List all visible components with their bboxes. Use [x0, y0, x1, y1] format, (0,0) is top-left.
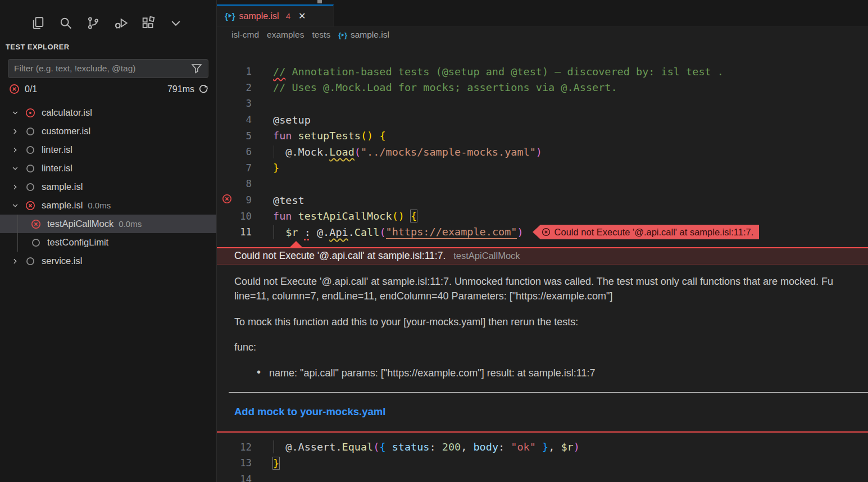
- tests-failed-ratio: 0/1: [25, 84, 37, 94]
- tree-item-label: testConfigLimit: [47, 237, 108, 248]
- tree-item-label: customer.isl: [42, 126, 90, 137]
- files-icon[interactable]: [31, 16, 45, 30]
- code-line-6[interactable]: 6 @.Mock.Load("../mocks/sample-mocks.yam…: [217, 144, 868, 160]
- line-number: 8: [234, 178, 252, 189]
- indent-guide: [274, 225, 274, 239]
- extensions-icon[interactable]: [142, 16, 155, 30]
- titlebar-fragment: [317, 0, 322, 3]
- tree-item-linter.isl[interactable]: linter.isl: [0, 140, 216, 159]
- chevron-down-icon: [11, 109, 19, 117]
- indent-guide: [274, 440, 274, 453]
- gutter-test-failed-icon[interactable]: [222, 194, 232, 206]
- tree-item-duration: 0.0ms: [88, 201, 111, 210]
- peek-body: Could not Execute '@.api.call' at sample…: [217, 265, 868, 433]
- vscode-window: TEST EXPLORER Filter (e.g. text, !exclud…: [0, 0, 868, 482]
- code-line-7[interactable]: 7 }: [217, 160, 868, 176]
- code-line-3[interactable]: 3: [217, 96, 868, 112]
- test-state-circle-icon: [25, 145, 35, 155]
- filter-icon[interactable]: [191, 63, 202, 74]
- error-detail-line: Could not Execute '@.api.call' at sample…: [234, 274, 868, 289]
- tree-item-sample.isl[interactable]: sample.isl: [0, 178, 216, 196]
- test-state-circle-icon: [25, 182, 35, 192]
- code-line-9[interactable]: 9 @test: [217, 192, 868, 208]
- chevron-right-icon: [11, 257, 19, 265]
- test-results-summary: 0/1 791ms: [0, 78, 216, 94]
- test-explorer-sidebar: TEST EXPLORER Filter (e.g. text, !exclud…: [0, 0, 217, 482]
- source-control-icon[interactable]: [87, 16, 100, 30]
- line-number: 4: [234, 114, 252, 125]
- code-line-2[interactable]: 2 // Uses @.Mock.Load for mocks; asserti…: [217, 80, 868, 96]
- tree-item-calculator.isl[interactable]: calculator.isl: [0, 103, 216, 122]
- test-state-fail-icon: [31, 219, 41, 229]
- code-line-4[interactable]: 4 @setup: [217, 112, 868, 128]
- chevron-right-icon: [11, 183, 19, 191]
- peek-header[interactable]: Could not Execute '@.api.call' at sample…: [217, 247, 868, 265]
- line-number: 12: [234, 442, 252, 453]
- test-filter-input[interactable]: Filter (e.g. text, !exclude, @tag): [8, 59, 208, 78]
- peek-arrow: [290, 241, 302, 247]
- rerun-tests-icon[interactable]: [198, 84, 208, 94]
- line-number: 5: [234, 130, 252, 142]
- code-lines-top: 1 // Annotation-based tests (@setup and …: [217, 43, 868, 240]
- tab-sample-isl[interactable]: {‣} sample.isl 4 ✕: [217, 4, 334, 26]
- editor-tab-bar: {‣} sample.isl 4 ✕: [217, 4, 868, 27]
- peek-divider: [229, 392, 868, 393]
- editor-area: {‣} sample.isl 4 ✕ isl-cmdexamplestests{…: [217, 0, 868, 482]
- tree-item-linter.isl[interactable]: linter.isl: [0, 159, 216, 178]
- inline-error-decoration[interactable]: Could not Execute '@.api.call' at sample…: [533, 225, 760, 239]
- error-circle-icon: [542, 228, 551, 237]
- add-mock-link[interactable]: Add mock to your-mocks.yaml: [234, 406, 385, 418]
- chevron-down-icon[interactable]: [169, 16, 183, 30]
- line-number: 9: [234, 194, 252, 206]
- code-line-12[interactable]: 12 @.Assert.Equal({ status: 200, body: "…: [217, 439, 868, 456]
- code-line-8[interactable]: 8: [217, 176, 868, 192]
- code-line-1[interactable]: 1 // Annotation-based tests (@setup and …: [217, 63, 868, 80]
- tree-item-customer.isl[interactable]: customer.isl: [0, 122, 216, 140]
- tests-failed-icon: [9, 84, 20, 94]
- code-editor[interactable]: 1 // Annotation-based tests (@setup and …: [217, 43, 868, 482]
- breadcrumb-item[interactable]: examples: [267, 30, 304, 40]
- breadcrumb: isl-cmdexamplestests{‣}sample.isl: [217, 27, 868, 43]
- tab-problem-badge: 4: [286, 11, 290, 21]
- code-line-5[interactable]: 5 fun setupTests() {: [217, 128, 868, 144]
- tree-item-duration: 0.0ms: [119, 219, 142, 229]
- isl-file-icon: {‣}: [338, 31, 347, 39]
- line-number: 10: [234, 211, 252, 222]
- tree-item-service.isl[interactable]: service.isl: [0, 252, 216, 270]
- code-line-10[interactable]: 10 fun testApiCallMock() {: [217, 208, 868, 224]
- tree-item-label: calculator.isl: [42, 107, 92, 118]
- breadcrumb-file[interactable]: sample.isl: [351, 30, 389, 40]
- tree-item-label: testApiCallMock: [47, 219, 113, 229]
- search-icon[interactable]: [59, 16, 72, 30]
- test-state-circle-icon: [25, 163, 35, 174]
- line-number: 2: [234, 82, 252, 93]
- activity-bar: [0, 0, 216, 33]
- code-line-14[interactable]: 14: [217, 471, 868, 482]
- line-number: 11: [234, 226, 252, 238]
- line-number: 3: [234, 98, 252, 109]
- line-number: 14: [234, 474, 252, 482]
- tab-label: sample.isl: [239, 11, 279, 21]
- test-error-peek: Could not Execute '@.api.call' at sample…: [217, 247, 868, 433]
- indent-guide: [274, 145, 274, 158]
- tree-item-testApiCallMock[interactable]: testApiCallMock 0.0ms: [0, 215, 216, 233]
- tab-close-icon[interactable]: ✕: [298, 11, 306, 21]
- line-number: 6: [234, 146, 252, 157]
- test-state-fail-icon: [25, 201, 35, 211]
- tree-item-sample.isl[interactable]: sample.isl 0.0ms: [0, 196, 216, 215]
- breadcrumb-item[interactable]: tests: [312, 30, 330, 40]
- chevron-right-icon: [11, 128, 19, 135]
- test-state-error-dot-icon: [25, 108, 35, 118]
- code-line-13[interactable]: 13 }: [217, 455, 868, 471]
- test-tree: calculator.isl customer.isl linter.isl l…: [0, 103, 216, 270]
- isl-file-icon: {‣}: [225, 11, 235, 21]
- func-label: func:: [234, 340, 868, 354]
- code-line-11[interactable]: 11 $r : @.Api.Call("https://example.com"…: [217, 224, 868, 240]
- filter-placeholder: Filter (e.g. text, !exclude, @tag): [14, 63, 191, 74]
- pill-arrow: [533, 225, 540, 239]
- debug-icon[interactable]: [114, 16, 128, 30]
- tests-duration: 791ms: [167, 84, 194, 94]
- tree-item-label: service.isl: [42, 256, 82, 266]
- breadcrumb-item[interactable]: isl-cmd: [231, 30, 259, 40]
- tree-item-testConfigLimit[interactable]: testConfigLimit: [0, 233, 216, 252]
